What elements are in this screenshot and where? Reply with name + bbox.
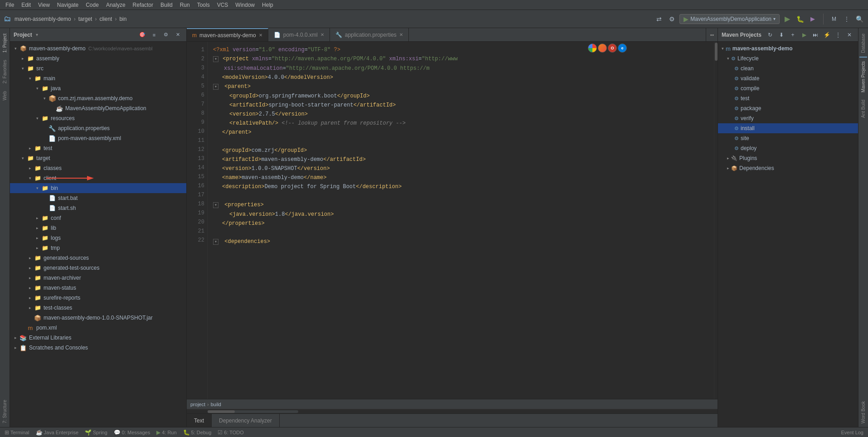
run-with-coverage-button[interactable]: ▶: [808, 14, 818, 24]
sidebar-settings-icon[interactable]: ⚙: [161, 30, 171, 40]
maven-root-arrow[interactable]: ▾: [722, 46, 724, 51]
status-event-log[interactable]: Event Log: [838, 430, 866, 435]
maven-item-clean[interactable]: ⚙ clean: [718, 63, 858, 73]
scrollbar-thumb[interactable]: [715, 43, 718, 61]
menu-edit[interactable]: Edit: [18, 1, 34, 9]
chrome-icon[interactable]: [588, 44, 597, 53]
breadcrumb-client[interactable]: client: [99, 16, 112, 22]
maven-lifecycle-arrow[interactable]: ▾: [727, 56, 729, 61]
maven-item-site[interactable]: ⚙ site: [718, 133, 858, 143]
collapse-all-icon[interactable]: ≡: [149, 30, 159, 40]
menu-analyze[interactable]: Analyze: [102, 1, 129, 9]
tree-item-gen-test-sources[interactable]: ▸ 📁 generated-test-sources: [10, 263, 186, 273]
maven-skip-icon[interactable]: ⏭: [810, 30, 820, 40]
breadcrumb-target[interactable]: target: [78, 16, 92, 22]
status-messages[interactable]: 💬 0: Messages: [111, 429, 153, 436]
tree-arrow-classes[interactable]: ▸: [26, 166, 34, 170]
editor-split-btn[interactable]: ▪▪: [706, 28, 718, 41]
maven-item-test[interactable]: ⚙ test: [718, 93, 858, 103]
tree-item-main[interactable]: ▾ 📁 main: [10, 73, 186, 83]
status-terminal[interactable]: ⊞ Terminal: [2, 429, 32, 436]
maven-refresh-icon[interactable]: ↻: [765, 30, 775, 40]
tree-arrow-test[interactable]: ▸: [26, 146, 34, 151]
hscrollbar-track[interactable]: [208, 410, 298, 413]
maven-run-icon[interactable]: ▶: [799, 30, 809, 40]
tree-arrow-tmp[interactable]: ▸: [34, 246, 41, 250]
maven-plugins-group[interactable]: ▸ 🔌 Plugins: [718, 153, 858, 163]
hscrollbar-thumb[interactable]: [208, 410, 235, 413]
vtab-structure[interactable]: 7: Structure: [1, 396, 9, 427]
tree-item-external-libs[interactable]: ▸ 📚 External Libraries: [10, 333, 186, 343]
toolbar-sync-icon[interactable]: ⇄: [654, 14, 664, 24]
tree-arrow-main[interactable]: ▾: [26, 76, 34, 81]
firefox-icon[interactable]: [598, 44, 607, 53]
menu-refactor[interactable]: Refactor: [129, 1, 157, 9]
bottom-tab-dep-analyzer[interactable]: Dependency Analyzer: [212, 414, 280, 427]
tree-arrow-surefire[interactable]: ▸: [26, 296, 34, 300]
tree-item-surefire[interactable]: ▸ 📁 surefire-reports: [10, 293, 186, 303]
opera-icon[interactable]: O: [608, 44, 617, 53]
tree-arrow-assembly[interactable]: ▸: [19, 56, 26, 61]
maven-lifecycle-group[interactable]: ▾ ⚙ Lifecycle: [718, 53, 858, 63]
maven-item-validate[interactable]: ⚙ validate: [718, 73, 858, 83]
code-area[interactable]: <?xml version="1.0" encoding="UTF-8" ?> …: [208, 42, 714, 399]
tree-arrow-extlibs[interactable]: ▸: [12, 335, 19, 340]
tab-props[interactable]: 🔧 application.properties ✕: [330, 28, 409, 41]
menu-file[interactable]: File: [2, 1, 18, 9]
vtab-favorites[interactable]: 2: Favorites: [1, 56, 9, 87]
tree-arrow-root[interactable]: ▾: [12, 46, 19, 51]
maven-item-compile[interactable]: ⚙ compile: [718, 83, 858, 93]
vtab-maven-projects[interactable]: Maven Projects: [859, 57, 867, 96]
tree-arrow-mavenstatus[interactable]: ▸: [26, 286, 34, 290]
vtab-web[interactable]: Web: [1, 87, 9, 104]
tree-arrow-gentestsources[interactable]: ▸: [26, 266, 34, 270]
tree-item-maven-archiver[interactable]: ▸ 📁 maven-archiver: [10, 273, 186, 283]
tree-item-lib[interactable]: ▸ 📁 lib: [10, 223, 186, 233]
tree-arrow-logs[interactable]: ▸: [34, 236, 41, 240]
tree-item-test-classes[interactable]: ▸ 📁 test-classes: [10, 303, 186, 313]
tree-item-gen-sources[interactable]: ▸ 📁 generated-sources: [10, 253, 186, 263]
run-button[interactable]: ▶: [782, 14, 792, 24]
tree-arrow-target[interactable]: ▾: [19, 156, 26, 160]
maven-more-icon[interactable]: ⋮: [833, 30, 843, 40]
status-spring[interactable]: 🌱 Spring: [82, 429, 110, 436]
maven-generate-icon[interactable]: ⚡: [822, 30, 832, 40]
maven-deps-group[interactable]: ▸ 📦 Dependencies: [718, 163, 858, 173]
vtab-word-book[interactable]: Word Book: [859, 398, 867, 427]
breadcrumb-bin[interactable]: bin: [119, 16, 126, 22]
tree-item-classes[interactable]: ▸ 📁 classes: [10, 163, 186, 173]
tree-item-conf[interactable]: ▸ 📁 conf: [10, 213, 186, 223]
maven-item-deploy[interactable]: ⚙ deploy: [718, 143, 858, 153]
tree-arrow-resources[interactable]: ▾: [34, 116, 41, 121]
tree-arrow-package[interactable]: ▾: [41, 96, 48, 101]
tree-item-client[interactable]: ▾ 📁 client: [10, 173, 186, 183]
tree-arrow-java[interactable]: ▾: [34, 86, 41, 91]
maven-item-install[interactable]: ⚙ install: [718, 123, 858, 133]
tab-maven-close[interactable]: ✕: [259, 33, 262, 38]
breadcrumb-editor-build[interactable]: build: [211, 402, 221, 407]
tree-item-tmp[interactable]: ▸ 📁 tmp: [10, 243, 186, 253]
toolbar-maven-icon[interactable]: M: [829, 14, 839, 24]
menu-tools[interactable]: Tools: [194, 1, 213, 9]
editor-hscrollbar[interactable]: [187, 409, 718, 413]
menu-navigate[interactable]: Navigate: [53, 1, 82, 9]
tree-item-logs[interactable]: ▸ 📁 logs: [10, 233, 186, 243]
maven-close-icon[interactable]: ✕: [844, 30, 854, 40]
tree-item-app-props[interactable]: 🔧 application.properties: [10, 123, 186, 133]
tree-item-resources[interactable]: ▾ 📁 resources: [10, 113, 186, 123]
maven-deps-arrow[interactable]: ▸: [727, 166, 729, 170]
menu-run[interactable]: Run: [176, 1, 194, 9]
tree-item-src[interactable]: ▾ 📁 src: [10, 63, 186, 73]
tree-item-test[interactable]: ▸ 📁 test: [10, 143, 186, 153]
vtab-ant-build[interactable]: Ant Build: [859, 96, 867, 121]
debug-button[interactable]: 🐛: [795, 14, 805, 24]
breadcrumb-editor-project[interactable]: project: [190, 402, 205, 407]
edge-icon[interactable]: e: [618, 44, 627, 53]
tab-pom[interactable]: 📄 pom-4.0.0.xml ✕: [268, 28, 330, 41]
menu-help[interactable]: Help: [258, 1, 277, 9]
tree-item-startsh[interactable]: 📄 start.sh: [10, 203, 186, 213]
maven-plugins-arrow[interactable]: ▸: [727, 156, 729, 160]
toolbar-more-icon[interactable]: ⋮: [842, 14, 852, 24]
editor-scrollbar[interactable]: [714, 42, 718, 399]
menu-window[interactable]: Window: [232, 1, 258, 9]
